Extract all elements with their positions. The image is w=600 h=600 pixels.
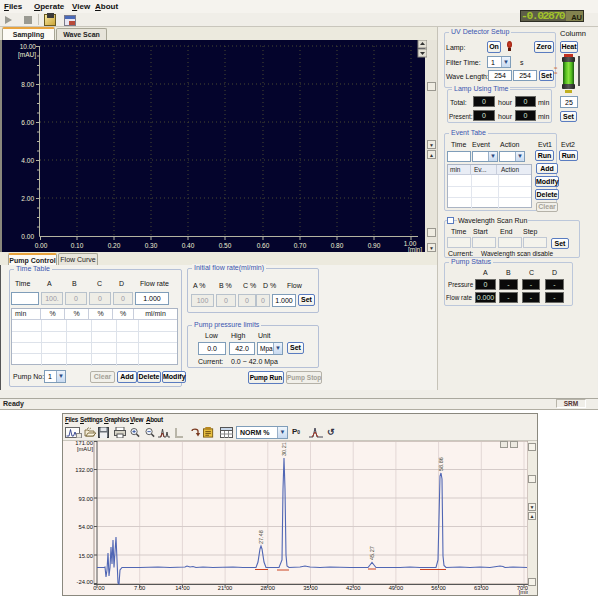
svg-text:54.00: 54.00: [78, 524, 93, 530]
svg-text:21.00: 21.00: [218, 585, 233, 591]
svg-text:35.00: 35.00: [303, 585, 318, 591]
svg-text:[mAU]: [mAU]: [18, 51, 36, 59]
svg-text:-24.00: -24.00: [77, 579, 93, 585]
svg-text:8.00: 8.00: [21, 81, 34, 88]
svg-text:45.27: 45.27: [369, 546, 375, 560]
svg-text:0.60: 0.60: [257, 242, 270, 249]
svg-text:6.00: 6.00: [21, 119, 34, 126]
svg-text:0.70: 0.70: [294, 242, 307, 249]
svg-text:28.00: 28.00: [261, 585, 276, 591]
svg-text:15.00: 15.00: [78, 553, 93, 559]
svg-text:0.00: 0.00: [93, 585, 104, 591]
svg-text:0.20: 0.20: [108, 242, 121, 249]
svg-text:0.90: 0.90: [368, 242, 381, 249]
svg-text:49.00: 49.00: [389, 585, 404, 591]
svg-text:[mAU]: [mAU]: [77, 446, 93, 452]
svg-text:0.10: 0.10: [71, 242, 84, 249]
svg-text:132.00: 132.00: [75, 467, 93, 473]
svg-text:14.00: 14.00: [175, 585, 190, 591]
svg-text:27.48: 27.48: [258, 530, 264, 544]
svg-text:2.00: 2.00: [21, 195, 34, 202]
svg-text:0.50: 0.50: [219, 242, 232, 249]
svg-text:63.00: 63.00: [474, 585, 489, 591]
svg-text:56.00: 56.00: [431, 585, 446, 591]
svg-text:0.00: 0.00: [21, 233, 34, 240]
svg-text:7.00: 7.00: [134, 585, 145, 591]
svg-text:0.30: 0.30: [145, 242, 158, 249]
svg-text:58.86: 58.86: [438, 457, 444, 471]
svg-text:30.21: 30.21: [281, 442, 287, 456]
svg-text:0.40: 0.40: [182, 242, 195, 249]
svg-text:4.00: 4.00: [21, 157, 34, 164]
svg-text:0.00: 0.00: [35, 242, 48, 249]
svg-text:42.00: 42.00: [346, 585, 361, 591]
svg-text:10.00: 10.00: [20, 43, 37, 50]
svg-text:0.80: 0.80: [331, 242, 344, 249]
svg-text:93.00: 93.00: [78, 496, 93, 502]
